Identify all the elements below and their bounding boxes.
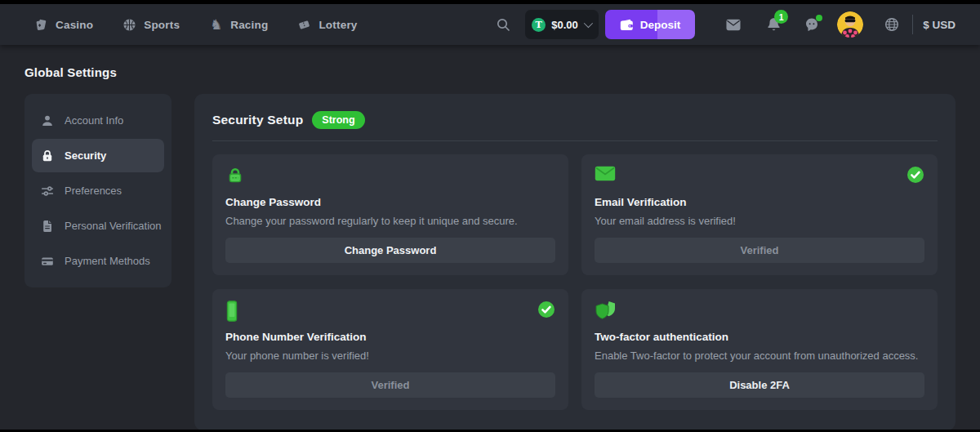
card-title: Change Password bbox=[225, 196, 555, 208]
sidebar-item-label: Preferences bbox=[65, 185, 122, 197]
phone-icon bbox=[225, 301, 238, 322]
ticket-icon bbox=[297, 18, 311, 32]
nav-item-sports[interactable]: Sports bbox=[122, 18, 180, 32]
nav-item-casino[interactable]: Casino bbox=[34, 18, 93, 32]
settings-sidebar: Account Info Security Preferences bbox=[24, 94, 172, 287]
online-status-dot bbox=[816, 15, 822, 21]
card-description: Enable Two-factor to protect your accoun… bbox=[595, 350, 924, 362]
security-cards-grid: Change Password Change your password reg… bbox=[212, 154, 938, 410]
tether-coin-icon: T bbox=[532, 18, 546, 32]
sidebar-item-account-info[interactable]: Account Info bbox=[32, 104, 164, 137]
panel-heading: Security Setup bbox=[212, 113, 303, 127]
card-two-factor-auth: Two-factor authentication Enable Two-fac… bbox=[581, 289, 938, 410]
sidebar-item-label: Security bbox=[65, 149, 106, 162]
card-description: Your email address is verified! bbox=[595, 215, 924, 227]
deposit-label: Deposit bbox=[640, 19, 681, 31]
chat-icon[interactable] bbox=[804, 17, 819, 32]
search-icon[interactable] bbox=[496, 17, 510, 32]
nav-item-racing[interactable]: ♞ Racing bbox=[209, 18, 268, 32]
sidebar-item-payment-methods[interactable]: Payment Methods bbox=[32, 244, 164, 278]
card-email-verification: Email Verification Your email address is… bbox=[581, 154, 938, 275]
nav-label: Lottery bbox=[318, 19, 357, 31]
card-description: Your phone number is verified! bbox=[225, 350, 555, 362]
app-window: Casino Sports ♞ Racing Lottery bbox=[0, 4, 980, 430]
notifications-bell-icon[interactable]: 1 bbox=[766, 17, 781, 32]
currency-selector[interactable]: $ USD bbox=[923, 19, 956, 31]
horse-icon: ♞ bbox=[209, 18, 223, 32]
divider bbox=[212, 140, 938, 141]
credit-card-icon bbox=[41, 255, 54, 268]
navbar-right: T $0.00 Deposit 1 bbox=[496, 10, 956, 39]
padlock-icon bbox=[225, 166, 245, 185]
sliders-icon bbox=[41, 185, 54, 198]
chevron-down-icon bbox=[583, 19, 592, 28]
balance-amount: $0.00 bbox=[551, 19, 578, 31]
nav-label: Casino bbox=[56, 19, 93, 31]
page-content: Global Settings Account Info Security bbox=[0, 65, 980, 430]
card-description: Change your password regularly to keep i… bbox=[225, 215, 555, 227]
nav-label: Racing bbox=[230, 19, 268, 31]
primary-nav: Casino Sports ♞ Racing Lottery bbox=[34, 18, 358, 32]
card-change-password: Change Password Change your password reg… bbox=[212, 154, 568, 275]
mail-icon[interactable] bbox=[726, 17, 741, 32]
sidebar-item-label: Account Info bbox=[65, 114, 123, 127]
sidebar-item-personal-verification[interactable]: Personal Verification bbox=[32, 209, 164, 243]
user-icon bbox=[41, 114, 54, 127]
lock-icon bbox=[41, 149, 54, 163]
sidebar-item-preferences[interactable]: Preferences bbox=[32, 174, 164, 207]
envelope-icon bbox=[595, 166, 616, 181]
email-verified-button[interactable]: Verified bbox=[595, 238, 924, 263]
verified-check-icon bbox=[906, 166, 924, 184]
disable-2fa-button[interactable]: Disable 2FA bbox=[595, 372, 924, 398]
page-title: Global Settings bbox=[24, 65, 956, 79]
phone-verified-button[interactable]: Verified bbox=[225, 372, 555, 398]
verified-check-icon bbox=[537, 301, 555, 318]
security-strength-badge: Strong bbox=[312, 111, 364, 129]
navbar-divider bbox=[912, 15, 913, 34]
notification-count-badge: 1 bbox=[774, 10, 788, 24]
top-navbar: Casino Sports ♞ Racing Lottery bbox=[0, 4, 980, 45]
deposit-button[interactable]: Deposit bbox=[605, 10, 696, 39]
language-globe-icon[interactable] bbox=[884, 17, 899, 32]
change-password-button[interactable]: Change Password bbox=[225, 238, 555, 263]
basketball-icon bbox=[122, 18, 136, 32]
nav-item-lottery[interactable]: Lottery bbox=[297, 18, 357, 32]
card-title: Email Verification bbox=[595, 196, 924, 208]
card-title: Two-factor authentication bbox=[595, 331, 924, 343]
sidebar-item-security[interactable]: Security bbox=[32, 139, 164, 172]
sidebar-item-label: Payment Methods bbox=[65, 255, 150, 267]
wallet-balance-dropdown[interactable]: T $0.00 bbox=[525, 10, 599, 39]
card-title: Phone Number Verification bbox=[225, 331, 555, 343]
user-avatar[interactable] bbox=[837, 11, 863, 38]
wallet-icon bbox=[620, 19, 634, 31]
security-setup-panel: Security Setup Strong Change Password Ch… bbox=[194, 94, 956, 430]
sidebar-item-label: Personal Verification bbox=[65, 220, 162, 232]
card-phone-verification: Phone Number Verification Your phone num… bbox=[212, 289, 568, 410]
document-icon bbox=[41, 220, 54, 233]
cards-icon bbox=[34, 18, 48, 32]
nav-label: Sports bbox=[144, 19, 180, 31]
shields-icon bbox=[595, 301, 617, 321]
